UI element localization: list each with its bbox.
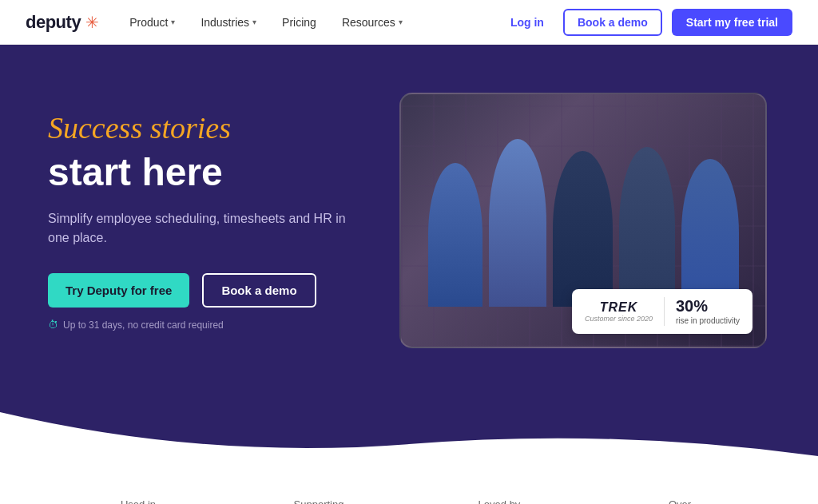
hero-cta-buttons: Try Deputy for free Book a demo	[48, 273, 351, 308]
start-trial-button[interactable]: Start my free trial	[672, 9, 792, 36]
hero-book-demo-button[interactable]: Book a demo	[202, 273, 316, 308]
login-button[interactable]: Log in	[501, 10, 554, 35]
header-actions: Log in Book a demo Start my free trial	[501, 9, 792, 36]
try-deputy-button[interactable]: Try Deputy for free	[48, 273, 189, 308]
main-nav: Product ▾ Industries ▾ Pricing Resources…	[118, 10, 501, 35]
stat-item: Over 700 million shifts scheduled	[590, 498, 770, 504]
person-silhouette	[489, 139, 546, 307]
stat-label-top: Used in	[64, 498, 212, 504]
chevron-down-icon: ▾	[252, 18, 256, 26]
clock-icon: ⏱	[48, 319, 58, 331]
trek-customer-since: Customer since 2020	[585, 315, 653, 323]
wave-divider	[0, 412, 818, 460]
trek-brand-name: TREK	[600, 300, 638, 315]
person-silhouette	[428, 163, 482, 307]
nav-pricing[interactable]: Pricing	[271, 10, 328, 35]
badge-divider	[664, 297, 665, 326]
logo-text: deputy	[26, 12, 81, 33]
chevron-down-icon: ▾	[171, 18, 175, 26]
stat-label-top: Over	[606, 498, 754, 504]
person-silhouette	[553, 151, 613, 307]
trek-stat: 30% rise in productivity	[676, 297, 740, 326]
stats-section: Used in 100+ countries Supporting 380,00…	[0, 460, 818, 504]
person-silhouette	[619, 147, 675, 307]
people-group	[401, 115, 765, 307]
hero-image: TREK Customer since 2020 30% rise in pro…	[399, 93, 767, 348]
hero-title: start here	[48, 152, 351, 194]
stat-item: Used in 100+ countries	[48, 498, 228, 504]
hero-subtitle: Success stories	[48, 110, 351, 145]
header: deputy ✳ Product ▾ Industries ▾ Pricing …	[0, 0, 818, 45]
hero-content: Success stories start here Simplify empl…	[48, 110, 351, 331]
trek-percent: 30%	[676, 297, 740, 315]
hero-trial-note: ⏱ Up to 31 days, no credit card required	[48, 319, 351, 331]
trek-logo: TREK Customer since 2020	[585, 300, 653, 323]
stat-label-top: Loved by	[425, 498, 574, 504]
chevron-down-icon: ▾	[399, 18, 403, 26]
nav-product[interactable]: Product ▾	[118, 10, 186, 35]
trek-stat-label: rise in productivity	[676, 315, 740, 326]
nav-industries[interactable]: Industries ▾	[189, 10, 268, 35]
stat-item: Supporting 380,000+ workplaces	[228, 498, 409, 504]
stat-item: Loved by 1.4 million shift workers	[409, 498, 590, 504]
hero-description: Simplify employee scheduling, timesheets…	[48, 209, 351, 248]
nav-resources[interactable]: Resources ▾	[331, 10, 414, 35]
logo[interactable]: deputy ✳	[26, 12, 99, 33]
logo-icon: ✳	[85, 13, 99, 32]
book-demo-button[interactable]: Book a demo	[563, 9, 662, 36]
person-silhouette	[681, 159, 739, 307]
hero-section: Success stories start here Simplify empl…	[0, 45, 818, 412]
hero-image-wrapper: TREK Customer since 2020 30% rise in pro…	[399, 93, 767, 348]
stat-label-top: Supporting	[244, 498, 393, 504]
trek-badge: TREK Customer since 2020 30% rise in pro…	[572, 289, 752, 334]
